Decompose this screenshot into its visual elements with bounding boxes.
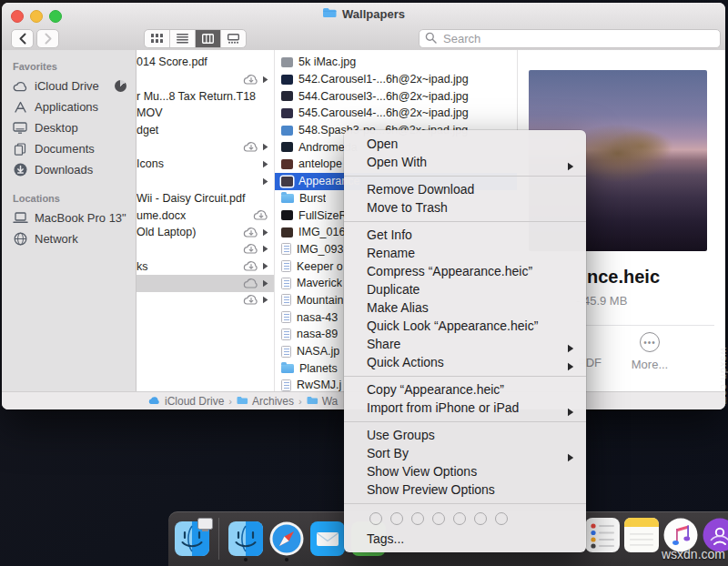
menu-item-label: Quick Actions	[367, 355, 444, 369]
tag-circle-icon[interactable]	[369, 512, 382, 525]
file-row[interactable]	[136, 292, 274, 309]
sidebar-item-network[interactable]: Network	[2, 228, 136, 249]
menu-item-label: Get Info	[367, 227, 412, 242]
watermark: wsxdn.com	[662, 547, 725, 561]
file-row[interactable]: MOV	[136, 105, 274, 122]
screen-badge-icon	[197, 518, 213, 530]
file-row[interactable]: Old Laptop)	[136, 224, 274, 241]
folder-icon	[307, 395, 318, 408]
file-row[interactable]	[136, 71, 274, 88]
tag-circle-icon[interactable]	[390, 512, 403, 525]
menu-item-open[interactable]: Open	[344, 135, 586, 153]
file-row-544-carousel3-6h-2x-ipad-jpg[interactable]: 544.Carousel3-...6h@2x~ipad.jpg	[275, 87, 517, 105]
sidebar-item-icloud-drive[interactable]: iCloud Drive	[2, 76, 136, 96]
dock-icon-notes[interactable]	[624, 518, 659, 552]
file-row[interactable]	[136, 241, 274, 258]
sidebar-item-macbook-pro-13[interactable]: MacBook Pro 13"	[2, 207, 136, 228]
window-title: Wallpapers	[2, 6, 725, 21]
menu-item-quick-look-appearance-heic[interactable]: Quick Look “Appearance.heic”	[344, 317, 586, 335]
cloud-icon	[242, 278, 260, 289]
file-row[interactable]: dget	[136, 122, 274, 139]
back-button[interactable]	[11, 29, 34, 48]
submenu-arrow-icon	[567, 157, 574, 176]
tag-circle-icon[interactable]	[411, 512, 424, 525]
tag-circle-icon[interactable]	[453, 512, 466, 525]
menu-item-rename[interactable]: Rename	[344, 244, 586, 262]
file-row[interactable]: Icons	[136, 156, 274, 173]
sidebar-item-desktop[interactable]: Desktop	[2, 117, 136, 138]
path-segment-label: Wa	[322, 395, 339, 408]
file-row[interactable]: Wii - Daisy Circuit.pdf	[136, 190, 274, 207]
sidebar-item-downloads[interactable]: Downloads	[2, 159, 136, 180]
menu-item-share[interactable]: Share	[344, 335, 586, 353]
menu-item-label: Open With	[367, 155, 427, 169]
document-icon	[281, 311, 291, 323]
dock-icon-finder[interactable]	[175, 521, 209, 556]
menu-item-make-alias[interactable]: Make Alias	[344, 298, 586, 317]
file-row-label: ume.docx	[136, 209, 252, 222]
sidebar-section: FavoritesiCloud DriveApplicationsDesktop…	[2, 61, 136, 180]
menu-item-copy-appearance-heic[interactable]: Copy “Appearance.heic”	[344, 380, 586, 399]
search-input[interactable]	[441, 31, 714, 46]
cloud-download-icon	[242, 260, 260, 272]
column-view-button[interactable]	[196, 30, 221, 47]
sidebar-item-documents[interactable]: Documents	[2, 138, 136, 159]
file-row[interactable]: ume.docx	[136, 207, 274, 224]
document-icon	[281, 379, 291, 391]
sidebar-item-applications[interactable]: Applications	[2, 96, 136, 117]
menu-item-sort-by[interactable]: Sort By	[344, 444, 586, 462]
menu-item-show-preview-options[interactable]: Show Preview Options	[344, 480, 586, 499]
menu-item-show-view-options[interactable]: Show View Options	[344, 462, 586, 480]
menu-item-get-info[interactable]: Get Info	[344, 226, 586, 244]
file-row-label: 545.Carousel4-...6h@2x~ipad.jpg	[298, 106, 469, 119]
desktop: Wallpapers FavoritesiCloud DriveApplicat…	[0, 0, 728, 566]
gallery-view-button[interactable]	[221, 30, 246, 47]
file-row-542-carousel1-6h-2x-ipad-jpg[interactable]: 542.Carousel1-...6h@2x~ipad.jpg	[275, 71, 517, 88]
forward-button[interactable]	[36, 29, 59, 48]
file-row[interactable]	[136, 173, 274, 190]
dock-icon-safari[interactable]	[269, 521, 304, 556]
path-segment-archives[interactable]: Archives	[237, 395, 294, 408]
file-row-label: Burst	[299, 192, 326, 205]
menu-item-compress-appearance-heic[interactable]: Compress “Appearance.heic”	[344, 262, 586, 280]
dock-divider	[218, 518, 219, 560]
dock-icon-finder[interactable]	[228, 521, 263, 556]
file-row-label: MOV	[136, 106, 270, 119]
tag-circle-icon[interactable]	[495, 512, 508, 525]
file-row[interactable]: 014 Score.pdf	[136, 54, 274, 71]
cloud-download-icon	[242, 243, 260, 255]
path-segment-wa[interactable]: Wa	[307, 395, 339, 408]
file-row-label: 544.Carousel3-...6h@2x~ipad.jpg	[298, 90, 469, 103]
laptop-icon	[12, 212, 28, 224]
dock-icon-mail[interactable]	[310, 521, 345, 556]
file-row[interactable]	[136, 138, 274, 156]
file-row[interactable]: ks	[136, 258, 274, 275]
menu-item-open-with[interactable]: Open With	[344, 153, 586, 171]
menu-item-remove-download[interactable]: Remove Download	[344, 180, 586, 198]
dock-icon-reminders[interactable]	[585, 518, 620, 552]
menu-item-tags[interactable]: Tags...	[344, 530, 586, 548]
file-row[interactable]	[136, 275, 274, 292]
cloud-download-icon	[242, 227, 260, 238]
tag-circle-icon[interactable]	[474, 512, 487, 525]
file-row-label: 5k iMac.jpg	[298, 56, 356, 68]
folder-icon	[237, 395, 248, 408]
path-segment-icloud-drive[interactable]: iCloud Drive	[147, 395, 224, 408]
file-row[interactable]: r Mu...8 Tax Return.T18	[136, 87, 274, 105]
image-thumbnail-icon	[281, 57, 293, 67]
menu-item-import-from-iphone-or-ipad[interactable]: Import from iPhone or iPad	[344, 399, 586, 417]
tag-circle-icon[interactable]	[432, 512, 445, 525]
menu-item-move-to-trash[interactable]: Move to Trash	[344, 198, 586, 217]
file-row-label: IMG_016	[298, 226, 345, 238]
document-icon	[281, 328, 291, 340]
icon-view-button[interactable]	[145, 30, 170, 47]
menu-item-use-groups[interactable]: Use Groups	[344, 426, 586, 444]
more-actions-button[interactable]: ••• More...	[620, 332, 680, 371]
search-field[interactable]	[419, 29, 721, 48]
ellipsis-icon: •••	[640, 332, 660, 352]
menu-item-quick-actions[interactable]: Quick Actions	[344, 353, 586, 371]
file-row-5k-imac-jpg[interactable]: 5k iMac.jpg	[275, 54, 517, 71]
list-view-button[interactable]	[170, 30, 196, 47]
file-row-545-carousel4-6h-2x-ipad-jpg[interactable]: 545.Carousel4-...6h@2x~ipad.jpg	[275, 105, 517, 122]
menu-item-duplicate[interactable]: Duplicate	[344, 280, 586, 298]
